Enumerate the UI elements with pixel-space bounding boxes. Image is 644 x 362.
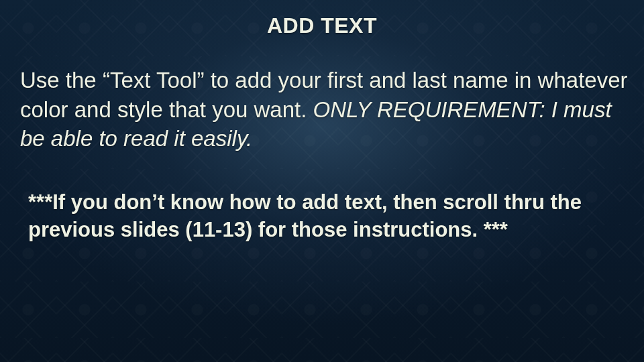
slide: ADD TEXT Use the “Text Tool” to add your… [0,0,644,362]
slide-title: ADD TEXT [0,13,644,38]
body-paragraph-2: ***If you don’t know how to add text, th… [28,189,624,244]
body-paragraph-1: Use the “Text Tool” to add your first an… [20,66,628,154]
background-pattern [0,0,644,362]
